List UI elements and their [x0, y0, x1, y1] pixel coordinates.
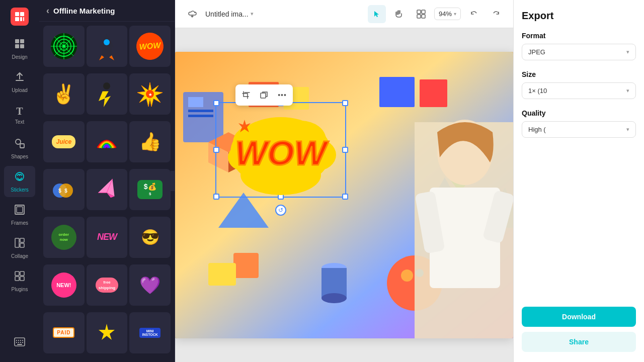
hand-tool-button[interactable]: [390, 5, 408, 23]
shapes-label: Shapes: [11, 154, 28, 159]
svg-rect-1: [20, 12, 24, 16]
sticker-money[interactable]: $💰 $: [129, 169, 171, 210]
sticker-new-text[interactable]: NEW: [87, 217, 128, 258]
sticker-thumbsup[interactable]: 👍: [129, 121, 171, 162]
export-panel: Export Format JPEG ▾ Size 1× (10 ▾ Quali…: [513, 0, 644, 362]
collage-icon: [14, 237, 25, 251]
sticker-sunglasses[interactable]: 😎: [129, 217, 171, 258]
sticker-paper-plane[interactable]: [87, 169, 128, 210]
upload-icon: [14, 71, 25, 85]
plugins-icon: [14, 270, 25, 285]
canvas-area[interactable]: ↺ WOW: [175, 28, 513, 362]
upload-label: Upload: [12, 87, 28, 93]
svg-rect-3: [20, 17, 22, 21]
sidebar-item-text[interactable]: T Text: [4, 100, 35, 131]
top-bar: Untitled ima... ▾ 94% ▾: [175, 0, 513, 28]
format-dropdown[interactable]: JPEG ▾: [522, 44, 636, 60]
redo-button[interactable]: [487, 5, 505, 23]
svg-rect-5: [15, 39, 19, 43]
view-options-button[interactable]: [412, 5, 430, 23]
svg-rect-26: [16, 342, 17, 343]
shapes-icon: [14, 138, 25, 152]
zoom-control[interactable]: 94% ▾: [434, 8, 461, 20]
svg-rect-52: [422, 10, 425, 14]
icon-bar: Design Upload T Text Shapes Stickers Fra…: [0, 0, 39, 362]
sidebar-item-upload[interactable]: Upload: [4, 66, 35, 98]
size-label: Size: [522, 70, 636, 78]
sticker-order-now[interactable]: ordernow: [43, 217, 85, 258]
handle-bottom-mid[interactable]: [278, 194, 284, 200]
download-button[interactable]: Download: [522, 307, 636, 327]
handle-mid-left[interactable]: [213, 147, 219, 153]
save-cloud-button[interactable]: [183, 5, 201, 23]
crop-button[interactable]: [237, 86, 255, 104]
panel-collapse-handle[interactable]: ›: [171, 171, 175, 191]
sticker-paid-badge[interactable]: PAID: [43, 312, 85, 353]
handle-top-right[interactable]: [342, 100, 348, 106]
handle-mid-right[interactable]: [342, 147, 348, 153]
file-name[interactable]: Untitled ima... ▾: [205, 10, 254, 18]
sticker-rainbow[interactable]: [87, 121, 128, 162]
svg-rect-25: [22, 340, 23, 341]
sidebar-item-plugins[interactable]: Plugins: [4, 265, 35, 297]
size-value: 1× (10: [528, 87, 547, 95]
sticker-purple-heart[interactable]: 💜: [129, 264, 171, 306]
svg-rect-14: [15, 238, 19, 247]
back-button[interactable]: ‹: [46, 6, 49, 15]
sidebar-item-frames[interactable]: Frames: [4, 199, 35, 230]
stickers-panel: ‹ Offline Marketing WOW ✌️: [39, 0, 175, 362]
handle-bottom-right[interactable]: [342, 194, 348, 200]
more-options-button[interactable]: •••: [274, 86, 291, 104]
sticker-burst-star[interactable]: ★: [129, 73, 171, 115]
sticker-lightning-person[interactable]: [87, 73, 128, 115]
undo-button[interactable]: [465, 5, 483, 23]
sticker-peace-hand[interactable]: ✌️: [43, 73, 85, 115]
svg-rect-70: [379, 77, 415, 107]
sticker-mini-instock[interactable]: MINIINSTOCK: [129, 312, 171, 353]
svg-rect-20: [20, 277, 24, 281]
quality-dropdown[interactable]: High ( ▾: [522, 121, 636, 138]
svg-marker-40: [99, 34, 114, 57]
sidebar-item-collage[interactable]: Collage: [4, 232, 35, 263]
sticker-juice[interactable]: Juice: [43, 121, 85, 162]
top-bar-left: Untitled ima... ▾: [183, 5, 362, 23]
keyboard-icon: [14, 337, 25, 347]
svg-rect-15: [20, 238, 24, 242]
sticker-free-shipping[interactable]: freeshipping: [87, 264, 128, 306]
svg-point-9: [16, 139, 21, 144]
text-label: Text: [15, 119, 24, 125]
sidebar-bottom-icon[interactable]: [4, 327, 35, 358]
app-logo[interactable]: [4, 4, 35, 29]
select-tool-button[interactable]: [368, 5, 386, 23]
sticker-wow-badge[interactable]: WOW: [129, 26, 171, 67]
size-dropdown[interactable]: 1× (10 ▾: [522, 82, 636, 99]
sticker-gold-star[interactable]: [87, 312, 128, 353]
svg-rect-17: [15, 272, 19, 276]
more-icon: •••: [278, 91, 287, 99]
sticker-green-mandala[interactable]: [43, 26, 85, 67]
svg-rect-60: [188, 97, 203, 107]
svg-rect-94: [261, 93, 266, 98]
wow-sticker[interactable]: ↺ WOW: [215, 102, 346, 198]
svg-rect-4: [23, 17, 24, 21]
svg-rect-53: [417, 15, 421, 18]
sidebar-item-shapes[interactable]: Shapes: [4, 133, 35, 164]
design-icon: [14, 38, 25, 52]
share-button[interactable]: Share: [522, 332, 636, 352]
handle-bottom-left[interactable]: [213, 194, 219, 200]
handle-top-left[interactable]: [213, 100, 219, 106]
sidebar-item-stickers[interactable]: Stickers: [4, 166, 35, 197]
sticker-rocket[interactable]: [87, 26, 128, 67]
size-section: Size 1× (10 ▾: [522, 70, 636, 99]
svg-point-44: [103, 82, 110, 89]
file-name-text: Untitled ima...: [205, 10, 249, 18]
sidebar-item-design[interactable]: Design: [4, 33, 35, 64]
scene-background: ↺ WOW: [175, 52, 513, 338]
export-actions: Download Share: [522, 307, 636, 352]
svg-rect-18: [20, 272, 24, 276]
format-label: Format: [522, 32, 636, 40]
sticker-new-pink[interactable]: NEW!: [43, 264, 85, 306]
duplicate-button[interactable]: [256, 86, 273, 104]
rotate-handle[interactable]: ↺: [275, 205, 286, 216]
sticker-coins[interactable]: $ $: [43, 169, 85, 210]
